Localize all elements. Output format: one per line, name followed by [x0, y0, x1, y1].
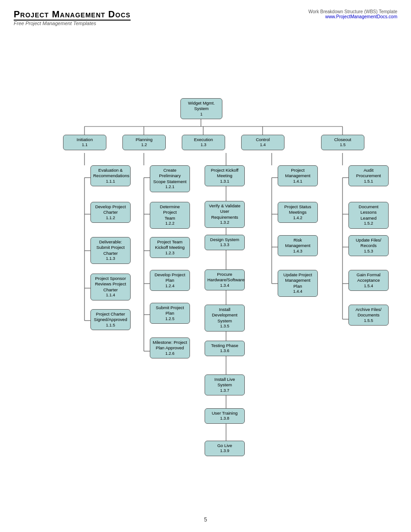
node-1-1-2: Develop ProjectCharter 1.1.2: [90, 202, 131, 223]
logo-subtitle: Free Project Management Templates: [14, 21, 131, 26]
node-1-3-1: Project KickoffMeeting 1.3.1: [205, 165, 245, 186]
node-1-2-5: Submit ProjectPlan 1.2.5: [150, 303, 190, 324]
node-1-2-2: Determine ProjectTeam 1.2.2: [150, 202, 190, 229]
node-1-5-1: Audit Procurement 1.5.1: [348, 165, 389, 186]
node-1-1-1: Evaluation &Recommendations 1.1.1: [90, 165, 131, 186]
node-1-4-4: Update ProjectManagement Plan 1.4.4: [278, 270, 318, 297]
node-1-1-4: Project SponsorReviews ProjectCharter 1.…: [90, 274, 131, 300]
header: Project Management Docs Free Project Man…: [14, 9, 397, 26]
node-1-3-4: ProcureHardware/Software 1.3.4: [205, 269, 245, 290]
node-1-3-8: User Training 1.3.8: [205, 408, 245, 424]
header-right-line1: Work Breakdown Structure (WBS) Template: [308, 9, 397, 14]
wbs-container: Widget Mgmt. System 1 Initiation 1.1 Pla…: [14, 31, 397, 510]
node-1-4-1: ProjectManagement 1.4.1: [278, 165, 318, 186]
node-1-3: Execution 1.3: [182, 135, 225, 150]
node-1-5-2: Document LessonsLearned 1.5.2: [348, 202, 389, 229]
node-1-2-3: Project TeamKickoff Meeting 1.2.3: [150, 237, 190, 258]
node-1-2-1: Create PreliminaryScope Statement 1.2.1: [150, 165, 190, 192]
node-1-5-3: Update Files/Records 1.5.3: [348, 235, 389, 256]
logo-title: Project Management Docs: [14, 9, 131, 21]
node-1-1-5: Project CharterSigned/Approved 1.1.5: [90, 309, 131, 330]
node-1-2-4: Develop ProjectPlan 1.2.4: [150, 270, 190, 291]
node-1-2-6: Milestone: ProjectPlan Approved 1.2.6: [150, 337, 190, 358]
node-1-2: Planning 1.2: [122, 135, 166, 150]
node-1-3-2: Verify & ValidateUser Requirements 1.3.2: [205, 201, 245, 228]
node-1-3-9: Go Live 1.3.9: [205, 441, 245, 456]
node-1-5-5: Archive Files/Documents 1.5.5: [348, 305, 389, 326]
node-1-5-4: Gain FormalAcceptance 1.5.4: [348, 270, 389, 291]
node-1-4-3: Risk Management 1.4.3: [278, 235, 318, 256]
node-1-3-6: Testing Phase 1.3.6: [205, 341, 245, 356]
node-1-3-3: Design System 1.3.3: [205, 235, 245, 250]
node-1-4: Control 1.4: [241, 135, 285, 150]
node-1-3-5: InstallDevelopmentSystem 1.3.5: [205, 305, 245, 332]
logo-section: Project Management Docs Free Project Man…: [14, 9, 131, 26]
node-1-5: Closeout 1.5: [321, 135, 364, 150]
header-link[interactable]: www.ProjectManagementDocs.com: [325, 14, 397, 19]
node-1-3-7: Install Live System 1.3.7: [205, 374, 245, 395]
node-1-1-3: Deliverable:Submit ProjectCharter 1.1.3: [90, 237, 131, 264]
node-1-1: Initiation 1.1: [63, 135, 106, 150]
header-right: Work Breakdown Structure (WBS) Template …: [308, 9, 397, 19]
footer-page: 5: [14, 516, 397, 523]
node-root: Widget Mgmt. System 1: [180, 98, 222, 119]
page: Project Management Docs Free Project Man…: [0, 0, 411, 532]
node-1-4-2: Project StatusMeetings 1.4.2: [278, 202, 318, 223]
